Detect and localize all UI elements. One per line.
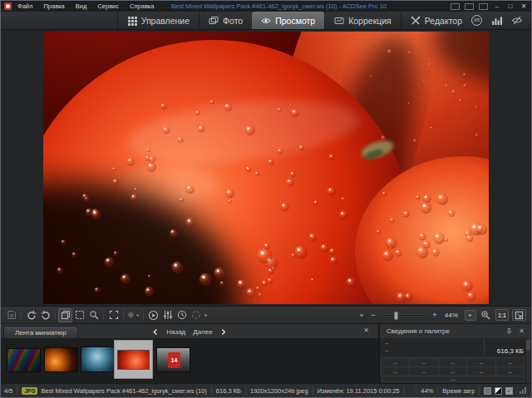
export-button[interactable]	[4, 308, 18, 322]
zoom-out-button[interactable]: −	[370, 311, 377, 319]
zoom-slider-thumb[interactable]	[394, 312, 398, 320]
pin-icon[interactable]	[505, 327, 513, 336]
histogram-icon[interactable]	[491, 15, 502, 26]
chevron-right-icon[interactable]	[220, 328, 228, 336]
filmstrip-tab[interactable]: Лента миниатюр	[3, 326, 78, 338]
menubar: Файл Правка Вид Сервис Справка	[17, 2, 154, 10]
chevron-left-icon[interactable]	[151, 328, 159, 336]
acdsee-365-icon[interactable]: 365	[471, 15, 482, 26]
grid-icon	[127, 16, 137, 26]
menu-help[interactable]: Справка	[130, 2, 154, 10]
eye-slash-icon[interactable]	[511, 15, 523, 26]
zoom-in-button[interactable]: +	[431, 311, 438, 319]
clock-icon	[177, 310, 187, 320]
filmstrip-header: Лента миниатюр Назад Далее ✕	[1, 324, 380, 338]
filters-button[interactable]	[160, 308, 175, 322]
maximize-button[interactable]: □	[506, 3, 515, 10]
zoom-preset-dropdown[interactable]	[465, 310, 476, 321]
thumbnail-blue-abstract[interactable]	[81, 346, 115, 372]
palette-bottom-row: ---	[382, 376, 525, 382]
zoom-percent-value: 44%	[441, 312, 461, 319]
tab-photos[interactable]: Фото	[199, 12, 252, 29]
palette-panel-body: -- -- 616,3 КБ -- -- -- -- -- -- -- -- -…	[380, 338, 531, 383]
image-viewer	[1, 30, 531, 306]
tab-editor[interactable]: Редактор	[401, 12, 471, 29]
layout-toggle-3-button[interactable]	[479, 3, 488, 10]
contrast-toggle-icon[interactable]	[495, 387, 502, 395]
palette-size-value: 616,3 КБ	[497, 347, 524, 355]
thumbnail-selected-frame[interactable]	[114, 340, 153, 379]
palette-value: --	[385, 340, 389, 346]
palette-panel-title: Сведения о палитре	[387, 327, 450, 335]
tab-develop[interactable]: Коррекция	[324, 12, 401, 29]
crossed-tools-icon	[411, 16, 421, 26]
minimize-button[interactable]: –	[493, 3, 501, 10]
palette-panel-close-button[interactable]: ✕	[519, 327, 525, 335]
photo-tomatoes-water-drops[interactable]	[43, 32, 489, 304]
status-load-time: Время загрузк	[442, 387, 475, 395]
zoom-lens-button[interactable]	[480, 308, 492, 322]
tab-view[interactable]: Просмотр	[252, 12, 324, 29]
export-icon	[7, 310, 17, 320]
rotate-right-button[interactable]	[38, 308, 52, 322]
palette-grid: -- -- -- -- -- -- -- -- -- --	[382, 357, 525, 376]
thumbnail-rainbow-abstract[interactable]	[7, 348, 41, 372]
close-button[interactable]: ✕	[520, 3, 528, 10]
filmstrip: 14	[1, 338, 380, 383]
layout-toggle-2-button[interactable]	[465, 3, 474, 10]
titlebar: Файл Правка Вид Сервис Справка Best Mixe…	[1, 1, 531, 12]
menu-edit[interactable]: Правка	[43, 2, 64, 10]
jersey-number: 14	[168, 352, 180, 368]
app-window: Файл Правка Вид Сервис Справка Best Mixe…	[0, 0, 532, 398]
thumbnail-football-player[interactable]: 14	[156, 347, 190, 372]
status-zoom: 44%	[421, 387, 433, 395]
menu-view[interactable]: Вид	[76, 2, 87, 10]
back-button[interactable]: Назад	[166, 328, 185, 336]
actual-size-button[interactable]: 1:1	[495, 309, 509, 321]
eye-icon	[261, 16, 271, 26]
status-file-size: 616,3 КБ	[216, 387, 241, 395]
palette-panel-header: Сведения о палитре ✕	[380, 324, 531, 338]
menu-tools[interactable]: Сервис	[97, 2, 119, 10]
pages-icon	[61, 310, 71, 320]
slideshow-button[interactable]	[146, 308, 160, 322]
fit-arrow-icon	[515, 311, 524, 320]
sync-button[interactable]	[189, 308, 203, 322]
fullscreen-button[interactable]	[106, 308, 121, 322]
zoom-tool-button[interactable]	[86, 308, 101, 322]
tab-manage[interactable]: Управление	[117, 12, 199, 29]
timer-button[interactable]	[175, 308, 189, 322]
palette-info-left: -- --	[382, 339, 485, 356]
palette-scrollbar[interactable]	[526, 339, 530, 382]
statusbar: 4/5 JPG Best Mixed Wallpapers Pack #461-…	[1, 383, 531, 397]
menu-file[interactable]: Файл	[17, 2, 32, 10]
thumbnail-fire-abstract[interactable]	[44, 347, 78, 372]
select-tool-button[interactable]	[72, 308, 86, 322]
palette-value: --	[385, 347, 389, 353]
tab-manage-label: Управление	[141, 16, 190, 26]
palette-info-right: 616,3 КБ	[485, 339, 525, 356]
display-mode-icon[interactable]	[484, 387, 491, 395]
play-circle-icon	[148, 310, 159, 321]
tab-photos-label: Фото	[223, 16, 243, 26]
resize-grip[interactable]	[520, 387, 526, 394]
pan-lens-caret-icon[interactable]	[357, 312, 367, 319]
view-mode-button[interactable]	[58, 308, 72, 322]
forward-button[interactable]: Далее	[193, 328, 212, 336]
fit-image-button[interactable]	[512, 309, 526, 321]
settings-button[interactable]	[126, 308, 140, 322]
rotate-left-icon	[27, 310, 37, 320]
layout-toggle-1-button[interactable]	[451, 3, 460, 10]
acdsee-logo-icon	[4, 2, 12, 10]
chevron-down-icon	[467, 312, 473, 318]
magnifier-plus-icon	[480, 310, 490, 320]
selection-marquee-icon	[75, 310, 85, 320]
fullscreen-icon	[109, 310, 119, 320]
rotate-left-button[interactable]	[24, 308, 38, 322]
rotate-right-icon	[41, 310, 51, 320]
thumbnail-tomato-selected[interactable]	[117, 350, 150, 370]
filmstrip-close-button[interactable]: ✕	[363, 327, 369, 335]
toolbar-overflow-caret-icon[interactable]	[203, 312, 209, 318]
checkbox-icon[interactable]: ✓	[505, 387, 513, 395]
zoom-slider[interactable]	[380, 314, 428, 317]
